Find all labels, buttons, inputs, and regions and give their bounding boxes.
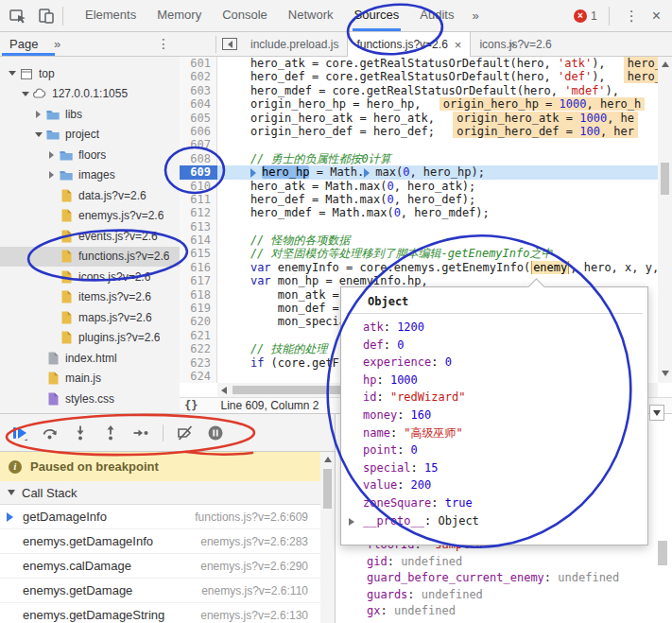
line-number[interactable]: 610 [180,180,217,193]
hide-navigator-icon[interactable] [222,38,237,50]
editor-tab-icons-js-v-2-6[interactable]: icons.js?v=2.6 [471,32,560,57]
callstack-frame-enemys-getdamageinfo[interactable]: enemys.getDamageInfoenemys.js?v=2.6:283 [0,529,320,554]
tree-item-top[interactable]: top [0,63,180,84]
closed-arrow-icon[interactable] [32,111,44,118]
pretty-print-button[interactable]: {} [184,399,198,412]
vscroll-thumb[interactable] [661,163,669,195]
closed-arrow-icon[interactable] [45,171,58,179]
scroll-up-icon[interactable] [662,61,669,67]
code-text[interactable]: origin_hero_atk = hero_atk, origin_hero_… [217,112,658,125]
main-tab-network[interactable]: Network [278,0,344,31]
navigator-more-tabs-icon[interactable]: » [54,32,60,56]
tree-item-floors[interactable]: floors [0,145,180,165]
line-number[interactable]: 624 [180,370,217,383]
step-over-button[interactable] [42,424,59,441]
line-number[interactable]: 605 [180,112,217,125]
tree-item-data-js-v-2-6[interactable]: data.js?v=2.6 [0,185,180,206]
tree-item-main-js[interactable]: main.js [0,369,180,389]
line-number[interactable]: 612 [180,206,217,219]
line-number[interactable]: 606 [180,125,217,138]
line-number[interactable]: 603 [180,84,217,97]
tree-item-events-js-v-2-6[interactable]: events.js?v=2.6 [0,226,180,247]
line-number[interactable]: 623 [180,356,217,370]
code-text[interactable]: hero_atk = core.getRealStatusOrDefault(h… [217,57,658,70]
code-text[interactable] [217,220,658,234]
scope-var-guards[interactable]: guards: undefined [336,587,672,604]
code-text[interactable]: var enemyInfo = core.enemys.getEnemyInfo… [217,261,658,274]
more-editor-tabs-icon[interactable]: » [508,32,515,56]
line-number[interactable]: 604 [180,97,217,111]
close-devtools-icon[interactable]: × [648,8,672,25]
navigator-menu-icon[interactable]: ⋮ [157,32,170,56]
more-panels-icon[interactable]: » [464,9,486,23]
scroll-down-icon[interactable] [662,371,669,376]
scroll-thumb[interactable] [323,469,332,509]
code-text[interactable]: // 对坚固模仿等处理移到了脚本编辑-getEnemyInfo之中 [217,247,658,260]
resume-script-button[interactable] [11,424,28,441]
code-text[interactable]: hero_atk = Math.max(0, hero_atk); [217,180,658,193]
callstack-frame-enemys-getdamagestring[interactable]: enemys.getDamageStringenemys.js?v=2.6:13… [0,603,320,623]
open-arrow-icon[interactable] [19,92,31,96]
device-toolbar-icon[interactable] [36,6,57,26]
tree-item-styles-css[interactable]: styles.css [0,389,180,409]
code-text[interactable]: origin_hero_hp = hero_hp, origin_hero_hp… [217,97,658,111]
line-number[interactable]: 602 [180,70,217,83]
open-arrow-icon[interactable] [32,132,44,137]
editor-tab-functions-js-v-2-6[interactable]: functions.js?v=2.6× [347,32,471,57]
tree-item-maps-js-v-2-6[interactable]: maps.js?v=2.6 [0,307,180,328]
tree-item-enemys-js-v-2-6[interactable]: enemys.js?v=2.6 [0,206,180,227]
main-tab-elements[interactable]: Elements [75,0,146,31]
line-number[interactable]: 608 [180,152,217,165]
open-arrow-icon[interactable] [6,71,18,76]
scroll-up-icon[interactable] [324,457,332,462]
code-text[interactable]: origin_hero_def = hero_def; origin_hero_… [217,125,658,138]
tree-item-127-0-0-1-1055[interactable]: 127.0.0.1:1055 [0,84,180,105]
scope-var-gx[interactable]: gx: undefined [336,603,672,620]
line-number[interactable]: 618 [180,288,217,302]
tree-item-functions-js-v-2-6[interactable]: functions.js?v=2.6 [0,247,180,268]
editor-vertical-scrollbar[interactable] [658,57,672,383]
line-number[interactable]: 620 [180,315,217,328]
tree-item-project[interactable]: project [0,125,180,146]
callstack-frame-enemys-caldamage[interactable]: enemys.calDamageenemys.js?v=2.6:290 [0,554,320,579]
line-number[interactable]: 614 [180,234,217,247]
scroll-left-icon[interactable] [221,387,227,394]
line-number[interactable]: 622 [180,342,217,355]
deactivate-breakpoints-button[interactable] [177,424,194,441]
code-text[interactable]: hero_def = core.getRealStatusOrDefault(h… [217,70,658,83]
step-button[interactable] [132,424,149,441]
line-number[interactable]: 601 [180,57,217,70]
tree-item-index-html[interactable]: index.html [0,348,180,369]
call-stack-header[interactable]: Call Stack [0,481,320,505]
callstack-frame-enemys-getdamage[interactable]: enemys.getDamageenemys.js?v=2.6:110 [0,579,320,603]
line-number[interactable]: 615 [180,247,217,260]
tree-item-libs[interactable]: libs [0,104,180,125]
line-number[interactable]: 617 [180,274,217,287]
code-text[interactable]: // 怪物的各项数据 [217,234,658,247]
line-number[interactable]: 613 [180,220,217,234]
object-property-proto[interactable]: __proto__: Object [341,512,647,530]
tree-item-images[interactable]: images [0,165,180,186]
code-text[interactable]: hero_def = Math.max(0, hero_def); [217,193,658,206]
main-tab-sources[interactable]: Sources [344,0,410,31]
callstack-frame-getdamageinfo[interactable]: getDamageInfofunctions.js?v=2.6:609 [0,505,320,529]
step-out-button[interactable] [102,424,119,441]
closed-arrow-icon[interactable] [45,151,58,159]
code-text[interactable]: hero_hp = Math.max(0, hero_hp); [217,165,658,179]
inspect-element-icon[interactable] [8,6,28,26]
close-tab-icon[interactable]: × [455,33,462,57]
debugger-pane-scrollbar[interactable] [320,452,335,623]
code-text[interactable] [217,138,658,151]
devtools-menu-icon[interactable]: ⋮ [615,8,648,25]
line-number[interactable]: 609 [180,165,217,179]
tree-item-items-js-v-2-6[interactable]: items.js?v=2.6 [0,287,180,308]
code-text[interactable]: hero_mdef = core.getRealStatusOrDefault(… [217,84,658,97]
main-tab-memory[interactable]: Memory [146,0,212,31]
step-into-button[interactable] [72,424,89,441]
editor-tab-include-preload-js[interactable]: include.preload.js [242,32,347,57]
line-number[interactable]: 621 [180,329,217,342]
line-number[interactable]: 607 [180,138,217,151]
code-text[interactable]: hero_mdef = Math.max(0, hero_mdef); [217,206,658,219]
tree-item-plugins-js-v-2-6[interactable]: plugins.js?v=2.6 [0,328,180,349]
dropdown-caret-icon[interactable] [649,405,664,421]
